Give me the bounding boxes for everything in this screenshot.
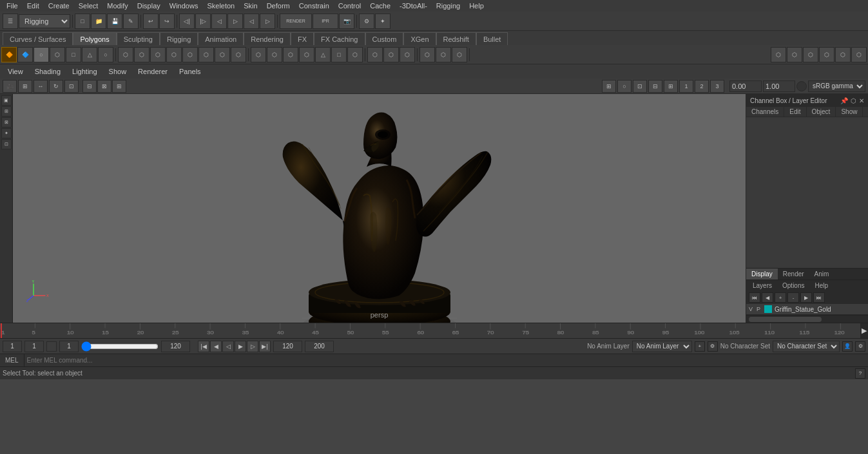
scale-icon-btn[interactable]: ⊡ xyxy=(64,80,79,93)
play-forward-btn[interactable]: ▶ xyxy=(235,341,246,352)
select-cylinder-button[interactable]: ⬡ xyxy=(50,47,65,62)
layer-first-btn[interactable]: ⏮ xyxy=(749,292,760,303)
rotate-icon-btn[interactable]: ↻ xyxy=(49,80,63,93)
layer-add-btn[interactable]: + xyxy=(775,292,786,303)
right-tab-anim[interactable]: Anim xyxy=(809,269,834,279)
right-panel-scrollbar[interactable] xyxy=(746,315,868,323)
boolean-button[interactable]: ⬡ xyxy=(283,47,298,62)
tab-rigging[interactable]: Rigging xyxy=(160,32,198,45)
tab-sculpting[interactable]: Sculpting xyxy=(117,32,160,45)
playback-fill-btn[interactable] xyxy=(46,341,57,352)
right-tab-channels[interactable]: Channels xyxy=(746,107,784,117)
tab-curves-surfaces[interactable]: Curves / Surfaces xyxy=(3,32,73,45)
tab-rendering[interactable]: Rendering xyxy=(244,32,291,45)
cut-mesh-button[interactable]: ⬡ xyxy=(267,47,282,62)
help-line-btn[interactable]: ? xyxy=(855,368,865,379)
ipr-button[interactable]: IPR xyxy=(313,14,338,29)
frame-number-input[interactable] xyxy=(59,341,79,352)
res-low-btn[interactable]: 1 xyxy=(679,80,693,93)
show-menu[interactable]: Show xyxy=(104,67,132,76)
split-poly-button[interactable]: ⬡ xyxy=(251,47,266,62)
total-end-input[interactable] xyxy=(305,341,334,352)
select-cone-button[interactable]: △ xyxy=(82,47,97,62)
gamma-select[interactable]: sRGB gamma xyxy=(808,80,865,92)
right-tab-show[interactable]: Show xyxy=(836,107,863,117)
menu-item-help[interactable]: Help xyxy=(465,1,488,10)
snap-grid-btn[interactable]: ⊞ xyxy=(602,80,616,93)
right-tab-object[interactable]: Object xyxy=(807,107,836,117)
res-high-btn[interactable]: 3 xyxy=(710,80,724,93)
menu-item-control[interactable]: Control xyxy=(334,1,365,10)
char-set-select[interactable]: No Character Set xyxy=(773,341,840,352)
fill-hole-button[interactable]: ⬡ xyxy=(166,47,182,62)
mel-input[interactable] xyxy=(24,354,868,366)
save-file-button[interactable]: 💾 xyxy=(107,14,122,29)
menu-item-cache[interactable]: Cache xyxy=(366,1,394,10)
uv-editor-button[interactable]: ⬡ xyxy=(420,47,435,62)
snap-curve-btn[interactable]: ○ xyxy=(617,80,632,93)
tab-xgen[interactable]: XGen xyxy=(403,32,436,45)
view-menu[interactable]: View xyxy=(3,67,28,76)
texture-btn[interactable]: ⊞ xyxy=(112,80,126,93)
menu-item-edit[interactable]: Edit xyxy=(23,1,43,10)
timeline-scroll-right[interactable]: ▶ xyxy=(860,323,868,338)
snap-surface-btn[interactable]: ⊞ xyxy=(664,80,678,93)
tab-bullet[interactable]: Bullet xyxy=(476,32,508,45)
forward2-button[interactable]: ▷ xyxy=(260,14,275,29)
strip-btn-4[interactable]: ✦ xyxy=(1,128,12,138)
strip-btn-5[interactable]: ⊡ xyxy=(1,139,12,149)
select-object-button[interactable]: 🔶 xyxy=(1,47,17,62)
menu-item-windows[interactable]: Windows xyxy=(166,1,202,10)
step-forward-button[interactable]: |▷ xyxy=(195,14,211,29)
layout-button[interactable]: ⬡ xyxy=(835,47,851,62)
select-mode-button[interactable]: ✦ xyxy=(375,14,391,29)
transform-button[interactable]: ⬡ xyxy=(771,47,786,62)
goto-start-btn[interactable]: |◀ xyxy=(198,341,209,352)
smooth-shade-btn[interactable]: ⊠ xyxy=(97,80,111,93)
viewport-settings-button[interactable]: ⚙ xyxy=(359,14,374,29)
isolate-button[interactable]: ⬡ xyxy=(851,47,867,62)
renderer-menu[interactable]: Renderer xyxy=(133,67,173,76)
weld-button[interactable]: ⬡ xyxy=(400,47,415,62)
options-menu-btn[interactable]: Options xyxy=(778,281,808,290)
menu-item-deform[interactable]: Deform xyxy=(263,1,294,10)
bevel-button[interactable]: ⬡ xyxy=(118,47,133,62)
tab-fx[interactable]: FX xyxy=(291,32,314,45)
frame-current-input[interactable] xyxy=(24,341,44,352)
panels-menu[interactable]: Panels xyxy=(174,67,206,76)
back-button[interactable]: ◁ xyxy=(211,14,227,29)
scrollbar-thumb[interactable] xyxy=(749,317,822,322)
append-poly-button[interactable]: ⬡ xyxy=(182,47,198,62)
autokey-btn[interactable]: ⚙ xyxy=(855,341,865,352)
forward-button[interactable]: ▷ xyxy=(227,14,243,29)
snap-point-btn[interactable]: ⊡ xyxy=(633,80,647,93)
menu-toggle-button[interactable]: ☰ xyxy=(3,14,18,29)
timeline-ruler[interactable]: 1 5 10 15 20 25 30 35 40 45 50 xyxy=(0,323,860,338)
panel-float-btn[interactable]: ⬡ xyxy=(851,97,856,104)
display-button[interactable]: ⬡ xyxy=(787,47,802,62)
goto-end-btn[interactable]: ▶| xyxy=(259,341,271,352)
camera-icon-btn[interactable]: 🎥 xyxy=(3,80,17,93)
move-icon-btn[interactable]: ↔ xyxy=(34,80,48,93)
select-sphere-button[interactable]: ○ xyxy=(34,47,49,62)
merge-vertex-button[interactable]: ⬡ xyxy=(383,47,399,62)
value2-input[interactable] xyxy=(763,80,795,92)
panel-pin-btn[interactable]: 📌 xyxy=(840,97,848,104)
layers-menu-btn[interactable]: Layers xyxy=(749,281,776,290)
mel-label[interactable]: MEL xyxy=(0,354,24,366)
right-tab-display[interactable]: Display xyxy=(746,269,778,279)
lighting-menu[interactable]: Lighting xyxy=(67,67,102,76)
menu-item-modify[interactable]: Modify xyxy=(103,1,131,10)
griffin-layer-item[interactable]: V P Griffin_Statue_Gold xyxy=(746,304,868,315)
frame-start-input[interactable] xyxy=(3,341,22,352)
select-cube-button[interactable]: □ xyxy=(66,47,81,62)
open-file-button[interactable]: 📁 xyxy=(91,14,106,29)
strip-btn-1[interactable]: ▣ xyxy=(1,95,12,106)
step-back-play-btn[interactable]: ◀ xyxy=(210,341,222,352)
menu-item-3dtoall[interactable]: -3DtoAll- xyxy=(396,1,431,10)
tab-animation[interactable]: Animation xyxy=(198,32,244,45)
offset-edge-loop-button[interactable]: ⬡ xyxy=(231,47,246,62)
redo-button[interactable]: ↪ xyxy=(159,14,175,29)
value1-input[interactable] xyxy=(729,80,762,92)
char-set-icon-btn[interactable]: 👤 xyxy=(842,341,853,352)
